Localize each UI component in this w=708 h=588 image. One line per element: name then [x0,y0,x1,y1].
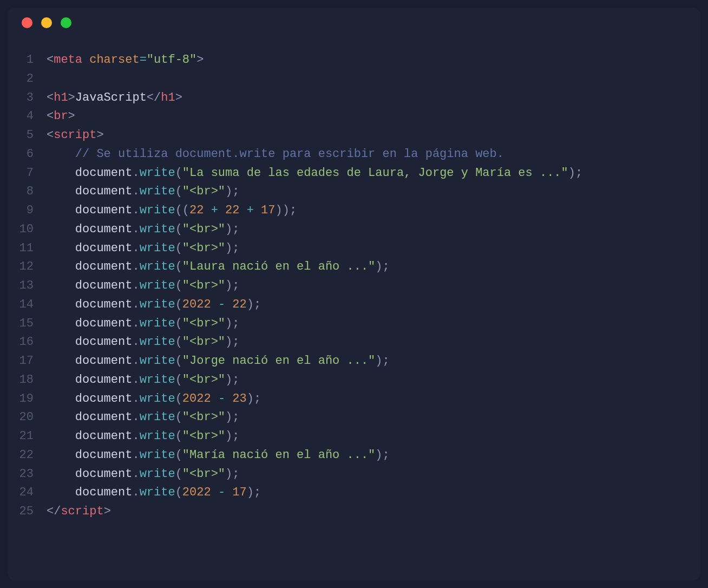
code-content[interactable]: document.write("<br>"); [47,277,700,296]
code-line[interactable]: 14 document.write(2022 - 22); [8,296,700,315]
code-token: ( [175,429,182,443]
code-token: 2022 [182,298,211,311]
code-token: script [54,128,96,142]
code-content[interactable]: document.write("La suma de las edades de… [47,164,700,183]
line-number: 22 [8,446,47,465]
code-token: . [132,429,139,443]
code-content[interactable]: document.write((22 + 22 + 17)); [47,201,700,220]
code-line[interactable]: 15 document.write("<br>"); [8,315,700,334]
code-token: ) [225,335,232,349]
code-line[interactable]: 6 // Se utiliza document.write para escr… [8,145,700,164]
code-token: write [140,223,175,236]
code-token: > [196,53,204,67]
code-content[interactable]: document.write("Jorge nació en el año ..… [47,352,700,371]
code-content[interactable]: </script> [47,502,700,521]
line-number: 2 [8,70,47,89]
code-token: ( [175,298,182,311]
minimize-icon[interactable] [41,17,52,28]
code-line[interactable]: 17 document.write("Jorge nació en el año… [8,352,700,371]
code-line[interactable]: 18 document.write("<br>"); [8,371,700,390]
code-line[interactable]: 24 document.write(2022 - 17); [8,484,700,502]
code-line[interactable]: 22 document.write("María nació en el año… [8,446,700,465]
close-icon[interactable] [22,17,32,28]
code-token: "<br>" [182,317,225,330]
code-content[interactable]: document.write("<br>"); [47,182,700,201]
code-token: 22 [189,204,204,217]
code-token: ) [225,467,232,481]
code-token: . [132,392,139,406]
code-token: ; [232,429,239,443]
code-line[interactable]: 2 [8,70,700,89]
code-content[interactable]: document.write("<br>"); [47,333,700,352]
code-line[interactable]: 21 document.write("<br>"); [8,427,700,446]
code-content[interactable]: document.write(2022 - 23); [47,390,700,409]
maximize-icon[interactable] [61,17,71,28]
code-token: 23 [232,392,246,406]
code-token: ( [175,467,182,481]
code-content[interactable] [47,70,700,89]
code-content[interactable]: document.write("<br>"); [47,239,700,258]
code-line[interactable]: 9 document.write((22 + 22 + 17)); [8,201,700,220]
code-token [254,204,261,217]
code-token: ; [254,298,261,311]
code-content[interactable]: document.write("<br>"); [47,427,700,446]
code-token: "<br>" [182,279,225,292]
code-line[interactable]: 23 document.write("<br>"); [8,465,700,484]
code-content[interactable]: <br> [47,107,700,126]
code-line[interactable]: 3<h1>JavaScript</h1> [8,89,700,108]
code-line[interactable]: 13 document.write("<br>"); [8,277,700,296]
line-number: 20 [8,408,47,427]
code-token: ; [290,204,297,217]
code-token: 2022 [182,392,211,406]
code-token: "La suma de las edades de Laura, Jorge y… [182,166,568,180]
code-content[interactable]: document.write("<br>"); [47,315,700,334]
line-number: 14 [8,296,47,315]
code-content[interactable]: document.write(2022 - 17); [47,484,700,502]
code-token: document [75,298,133,311]
code-line[interactable]: 12 document.write("Laura nació en el año… [8,258,700,277]
line-number: 21 [8,427,47,446]
code-line[interactable]: 25</script> [8,502,700,521]
code-token: write [140,241,175,255]
code-token: document [75,241,133,255]
code-token: 2022 [182,486,211,499]
code-token [211,392,218,406]
code-line[interactable]: 8 document.write("<br>"); [8,182,700,201]
code-token: document [75,317,133,330]
code-token [82,53,89,67]
code-token: "Jorge nació en el año ..." [182,354,375,368]
code-content[interactable]: <script> [47,126,700,145]
code-content[interactable]: document.write("Laura nació en el año ..… [47,258,700,277]
code-line[interactable]: 20 document.write("<br>"); [8,408,700,427]
code-line[interactable]: 19 document.write(2022 - 23); [8,390,700,409]
code-line[interactable]: 11 document.write("<br>"); [8,239,700,258]
code-token: . [132,335,139,349]
code-token: </ [147,91,161,104]
code-token: JavaScript [75,91,147,104]
code-line[interactable]: 1<meta charset="utf-8"> [8,51,700,70]
code-token: > [68,109,75,123]
code-editor[interactable]: 1<meta charset="utf-8">23<h1>JavaScript<… [8,38,700,534]
code-line[interactable]: 5<script> [8,126,700,145]
code-token: ; [383,448,390,462]
code-token: < [47,91,54,104]
code-content[interactable]: // Se utiliza document.write para escrib… [47,145,700,164]
code-content[interactable]: document.write(2022 - 22); [47,296,700,315]
code-token: ( [175,354,182,368]
code-line[interactable]: 16 document.write("<br>"); [8,333,700,352]
code-content[interactable]: document.write("<br>"); [47,465,700,484]
code-line[interactable]: 4<br> [8,107,700,126]
code-token: write [140,354,175,368]
code-content[interactable]: document.write("María nació en el año ..… [47,446,700,465]
code-token: meta [54,53,82,67]
code-content[interactable]: document.write("<br>"); [47,408,700,427]
code-content[interactable]: <meta charset="utf-8"> [47,51,700,70]
code-line[interactable]: 7 document.write("La suma de las edades … [8,164,700,183]
code-content[interactable]: document.write("<br>"); [47,371,700,390]
code-line[interactable]: 10 document.write("<br>"); [8,220,700,239]
code-token: write [140,185,175,198]
code-token: ( [175,185,182,198]
code-token: ; [383,260,390,273]
code-content[interactable]: <h1>JavaScript</h1> [47,89,700,108]
code-content[interactable]: document.write("<br>"); [47,220,700,239]
